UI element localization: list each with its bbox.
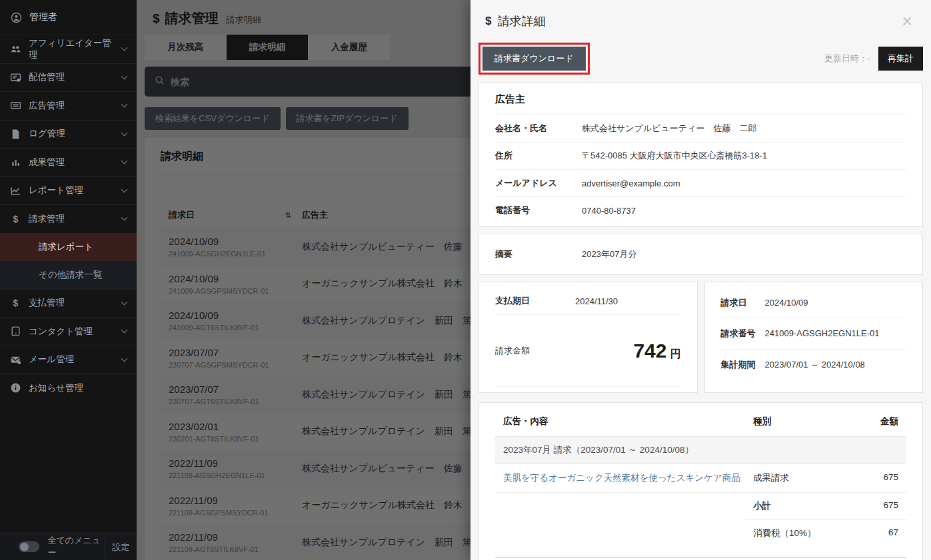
totals-section: 小計675 消費税（10%）67 [745, 493, 906, 547]
sidebar-item-label: お知らせ管理 [29, 382, 83, 394]
sidebar-item-affiliate[interactable]: アフィリエイター管理 [0, 35, 137, 63]
user-icon [11, 12, 22, 23]
detail-table-card: 広告・内容 種別 金額 2023年07月 請求（2023/07/01 ～ 202… [478, 402, 923, 560]
sidebar-item-label: メール管理 [29, 354, 74, 366]
field-label: 住所 [495, 150, 582, 162]
tax-value: 67 [888, 527, 898, 539]
field-value: 2024/11/30 [575, 296, 681, 306]
invoice-detail-panel: $ 請求詳細 × 請求書ダウンロード 更新日時：- 再集計 広告主 会社名・氏名… [470, 0, 931, 560]
field-label: 電話番号 [495, 204, 582, 216]
sidebar-subitem-billing-report[interactable]: 請求レポート [0, 233, 137, 261]
chevron-down-icon [121, 298, 128, 305]
invoice-download-button[interactable]: 請求書ダウンロード [482, 47, 586, 71]
contact-icon [10, 326, 21, 337]
sidebar-item-label: レポート管理 [29, 184, 83, 196]
subtotal-value: 675 [883, 500, 898, 512]
sidebar-item-label: 成果管理 [29, 156, 65, 168]
summary-card: 摘要2023年07月分 [478, 234, 923, 275]
chevron-down-icon [121, 214, 128, 221]
field-label: 会社名・氏名 [495, 123, 582, 135]
panel-title: 請求詳細 [497, 13, 545, 29]
dollar-icon: $ [485, 15, 491, 28]
bar-chart-icon [10, 156, 21, 168]
sidebar-item-ads[interactable]: 広告管理 [0, 91, 137, 120]
sidebar-subitem-other-billing[interactable]: その他請求一覧 [0, 261, 137, 289]
advertiser-card-title: 広告主 [495, 93, 906, 115]
subtotal-label: 小計 [753, 500, 771, 512]
line-chart-icon [10, 185, 21, 196]
field-value: 2023年07月分 [582, 248, 906, 260]
sidebar-item-distribution[interactable]: 配信管理 [0, 63, 137, 92]
detail-table-header: 広告・内容 種別 金額 [495, 407, 906, 437]
sidebar-item-mail[interactable]: メール管理 [0, 346, 137, 374]
mail-icon [10, 354, 21, 366]
dollar-icon: $ [10, 298, 21, 309]
billing-submenu: 請求レポート その他請求一覧 [0, 233, 137, 289]
settings-button[interactable]: 設定 [105, 533, 137, 560]
app-root: 管理者 アフィリエイター管理 配信管理 広告管理 [0, 0, 931, 560]
chevron-down-icon [121, 186, 128, 192]
toggle-knob [20, 543, 29, 551]
sidebar-item-notices[interactable]: お知らせ管理 [0, 374, 137, 402]
tax-label: 消費税（10%） [753, 527, 816, 539]
advertiser-card: 広告主 会社名・氏名株式会社サンプルビューティー 佐藤 二郎 住所〒542-00… [478, 83, 923, 227]
chevron-down-icon [121, 158, 128, 164]
sidebar-item-logs[interactable]: ログ管理 [0, 120, 137, 148]
chevron-down-icon [121, 73, 128, 79]
updated-at-label: 更新日時：- [824, 53, 870, 65]
col-amount: 金額 [860, 416, 898, 427]
sidebar-item-contact[interactable]: コンタクト管理 [0, 317, 137, 346]
item-type: 成果請求 [753, 472, 860, 484]
col-type: 種別 [753, 416, 860, 427]
item-amount: 675 [860, 472, 898, 484]
sidebar-item-label: 広告管理 [29, 100, 65, 112]
sidebar-item-label: 支払管理 [29, 297, 65, 309]
all-menu-toggle[interactable] [19, 541, 39, 552]
sidebar-item-label: アフィリエイター管理 [29, 37, 115, 61]
detail-group-row: 2023年07月 請求（2023/07/01 ～ 2024/10/08） [495, 437, 906, 464]
amount-value: 742円 [633, 340, 680, 362]
log-file-icon [10, 129, 21, 140]
field-value: 〒542-0085 大阪府大阪市中央区心斎橋筋3-18-1 [582, 150, 906, 162]
field-value: 0740-80-8737 [582, 206, 906, 216]
sidebar-item-label: 配信管理 [29, 71, 65, 83]
field-label: 請求日 [721, 297, 765, 309]
field-label: 集計期間 [721, 359, 765, 371]
payment-invoice-row: 支払期日2024/11/30 請求金額 742円 請求日2024/10/09 請… [478, 282, 923, 393]
payment-card: 支払期日2024/11/30 請求金額 742円 [478, 282, 698, 393]
sidebar-item-label: 請求管理 [29, 213, 65, 225]
sidebar-item-label: ログ管理 [29, 128, 65, 140]
close-icon[interactable]: × [898, 13, 916, 31]
chevron-down-icon [121, 45, 128, 51]
detail-item-row: 美肌を守るオーガニック天然素材を使ったスキンケア商品 成果請求 675 [495, 464, 906, 493]
col-content: 広告・内容 [503, 416, 753, 427]
ad-icon [10, 100, 21, 111]
panel-actions: 請求書ダウンロード 更新日時：- 再集計 [478, 43, 923, 75]
invoice-info-card: 請求日2024/10/09 請求番号241009-AGSGH2EGN1LE-01… [704, 282, 924, 393]
panel-header: $ 請求詳細 × [478, 0, 923, 37]
info-icon [10, 382, 21, 394]
sidebar-footer: 全てのメニュー 設定 [0, 533, 137, 560]
sidebar-item-reports[interactable]: レポート管理 [0, 176, 137, 205]
ad-link[interactable]: 美肌を守るオーガニック天然素材を使ったスキンケア商品 [503, 472, 753, 484]
recalculate-button[interactable]: 再集計 [878, 47, 923, 71]
field-value: 241009-AGSGH2EGN1LE-01 [765, 326, 907, 340]
sidebar: 管理者 アフィリエイター管理 配信管理 広告管理 [0, 0, 137, 560]
field-value: 株式会社サンプルビューティー 佐藤 二郎 [582, 123, 906, 135]
distribution-icon [10, 72, 21, 83]
sidebar-user-label: 管理者 [29, 11, 57, 23]
field-value: 2024/10/09 [765, 296, 907, 310]
field-label: 請求番号 [721, 328, 765, 340]
sidebar-item-results[interactable]: 成果管理 [0, 148, 137, 176]
chevron-down-icon [121, 355, 128, 362]
chevron-down-icon [121, 327, 128, 334]
users-icon [10, 43, 21, 55]
annotation-highlight-box: 請求書ダウンロード [478, 43, 590, 75]
sidebar-item-billing[interactable]: $ 請求管理 [0, 204, 137, 233]
sidebar-user[interactable]: 管理者 [0, 0, 137, 35]
sidebar-item-payment[interactable]: $ 支払管理 [0, 289, 137, 318]
chevron-down-icon [121, 101, 128, 108]
amount-label: 請求金額 [495, 345, 530, 357]
field-value: 2023/07/01 ～ 2024/10/08 [765, 358, 907, 372]
dollar-icon: $ [10, 213, 21, 224]
